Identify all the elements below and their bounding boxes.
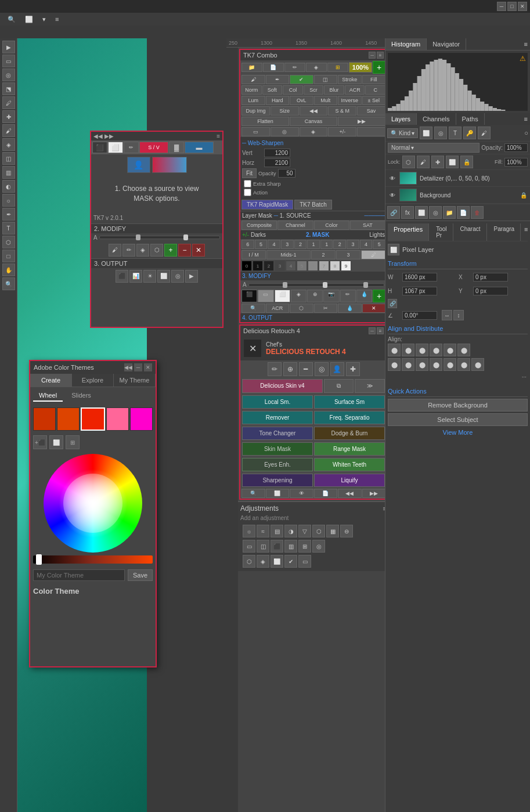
prop-y-input[interactable] [473, 287, 508, 295]
mk-5[interactable]: 5 [255, 240, 268, 249]
mod-search[interactable]: 🔍 [241, 304, 265, 313]
layers-filter-toggle[interactable]: ○ [524, 129, 528, 136]
adj-t2[interactable]: ◈ [257, 555, 269, 568]
minimize-button[interactable]: ─ [497, 2, 506, 11]
transform-section[interactable]: Transform [388, 258, 528, 269]
dr-collapse[interactable]: ─ [369, 327, 376, 334]
mk-mids[interactable]: Mids-1 [266, 250, 311, 259]
ct-swatch-5[interactable] [130, 407, 153, 431]
ws-extra-sharp-check[interactable] [244, 180, 251, 187]
mk-im[interactable]: I / M [241, 250, 266, 259]
mk-s2[interactable]: 2 [264, 261, 274, 271]
layers-filter5[interactable]: 🖌 [478, 127, 491, 139]
adj-solidcolor[interactable]: ⬛ [271, 540, 283, 553]
source-color[interactable]: Color [314, 221, 349, 230]
tk7-acr-btn[interactable]: ACR [345, 85, 365, 95]
prop-menu[interactable]: ≡ [522, 223, 530, 241]
tk7lp-modify-slider[interactable]: A [91, 233, 222, 242]
align-top[interactable]: ⬤ [430, 344, 442, 356]
mod-acr[interactable]: ACR [266, 304, 290, 313]
lock-artboard[interactable]: ⬜ [446, 156, 459, 168]
lock-image[interactable]: 🖌 [417, 156, 430, 168]
adj-channel[interactable]: ◎ [312, 540, 325, 553]
adj-pattern[interactable]: ⊞ [298, 540, 311, 553]
dr-sharpening[interactable]: Sharpening [242, 474, 313, 487]
tk7-file-btn[interactable]: 📄 [263, 63, 284, 72]
lock-all[interactable]: 🔒 [460, 156, 473, 168]
mk-eyedrop[interactable]: 🖊 [361, 250, 385, 259]
dr-skin-more[interactable]: ≫ [355, 379, 385, 393]
adj-gradient[interactable]: ▥ [284, 540, 297, 553]
align-left[interactable]: ⬤ [388, 344, 401, 356]
mod-t3[interactable]: 📷 [323, 290, 339, 302]
dr-whiten-teeth[interactable]: Whiten Teeth [314, 458, 385, 471]
tk7-mult-btn[interactable]: Mult [314, 96, 338, 105]
ct-swatch-2[interactable] [57, 407, 80, 431]
qa-section-title[interactable]: Quick Actions [388, 386, 528, 397]
dr-eye[interactable]: 👁 [290, 489, 313, 498]
mk-1l[interactable]: 1 [307, 240, 320, 249]
tk7lp-color-swatch[interactable]: ▬ [185, 142, 214, 153]
layer-fx[interactable]: fx [401, 206, 414, 219]
tool-dodge[interactable]: ☼ [2, 194, 15, 207]
tk7-next-btn[interactable]: ▶▶ [338, 117, 385, 126]
tk7lp-nav-next[interactable]: ▶▶ [104, 133, 114, 139]
mk-s5[interactable]: 5 [297, 261, 307, 271]
ct-subtab-wheel[interactable]: Wheel [33, 390, 63, 402]
tk7lp-menu[interactable]: ≡ [217, 133, 220, 139]
dr-surface-sm[interactable]: Surface Sm [314, 395, 385, 409]
tk7-sel-btn[interactable]: ± Sel [362, 96, 386, 105]
layer-doc[interactable]: 📄 [457, 206, 470, 219]
tk7lp-tool-white[interactable]: ⬜ [108, 142, 123, 153]
ct-hue-slider[interactable] [33, 555, 153, 564]
tk7-blur-btn[interactable]: Blur [324, 85, 344, 95]
tk7lp-gradient[interactable]: ▓ [169, 142, 184, 153]
adj-levels[interactable]: ▤ [271, 525, 283, 537]
ct-tab-create[interactable]: Create [30, 374, 72, 387]
prop-angle-input[interactable] [402, 311, 437, 320]
layers-filter2[interactable]: ◎ [434, 127, 447, 139]
tk7lp-out5[interactable]: ◎ [171, 270, 184, 283]
mod-scissors[interactable]: ✂ [314, 304, 338, 313]
mk-s0[interactable]: 0 [241, 261, 252, 271]
ct-save-button[interactable]: Save [128, 569, 153, 581]
modify-thumb2[interactable] [323, 282, 327, 288]
tk7lp-slider-track[interactable] [99, 236, 220, 239]
mk-1r[interactable]: 1 [320, 240, 333, 249]
modify-thumb3[interactable] [363, 282, 368, 288]
tk7-fill-btn[interactable]: Fill [362, 75, 386, 84]
tk7-sm-btn[interactable]: S & M [328, 106, 356, 116]
adj-t3[interactable]: ⬜ [271, 555, 283, 568]
tk7-inverse-btn[interactable]: Inverse [338, 96, 362, 105]
ct-swatch-3[interactable] [81, 407, 104, 431]
ct-theme-name-input[interactable] [33, 569, 125, 581]
tk7-size-btn[interactable]: Size [271, 106, 299, 116]
tk7lp-gradient-swatch[interactable] [152, 157, 187, 173]
dr-tool3[interactable]: ━ [299, 362, 313, 376]
tk7lp-slider-thumb[interactable] [136, 234, 140, 240]
mk-s4[interactable]: 4 [286, 261, 296, 271]
tk7lp-tool4[interactable]: ⬡ [150, 244, 163, 257]
prop-x-input[interactable] [473, 273, 508, 282]
prop-properties-tab[interactable]: Properties [388, 223, 429, 241]
tk7lp-tool1[interactable]: 🖌 [109, 244, 121, 257]
tk7lp-nav-prev[interactable]: ◀◀ [93, 133, 103, 139]
dr-tool2[interactable]: ⊕ [283, 362, 297, 376]
mod-white[interactable]: ⬜ [275, 290, 290, 302]
adj-hsl[interactable]: ⬡ [312, 525, 325, 537]
tk7-combo-menu[interactable]: ≡ [377, 52, 384, 59]
tk7lp-out3[interactable]: ☀ [143, 270, 156, 283]
ct-swatch-1[interactable] [33, 407, 56, 431]
menu-dropdown[interactable]: ▾ [38, 15, 51, 24]
adj-t1[interactable]: ⬡ [243, 555, 255, 568]
tool-shape[interactable]: □ [2, 250, 15, 262]
tk7-ovl-btn[interactable]: OvL [290, 96, 313, 105]
prop-h-input[interactable] [402, 287, 437, 295]
prop-flip-h[interactable]: ↔ [442, 310, 452, 320]
color-wheel[interactable] [44, 454, 142, 553]
dr-tool5[interactable]: 👤 [330, 362, 344, 376]
maximize-button[interactable]: □ [507, 2, 517, 11]
mk-2r[interactable]: 2 [333, 240, 346, 249]
adj-vibrance[interactable]: ▽ [298, 525, 311, 537]
align-right[interactable]: ⬤ [416, 344, 428, 356]
